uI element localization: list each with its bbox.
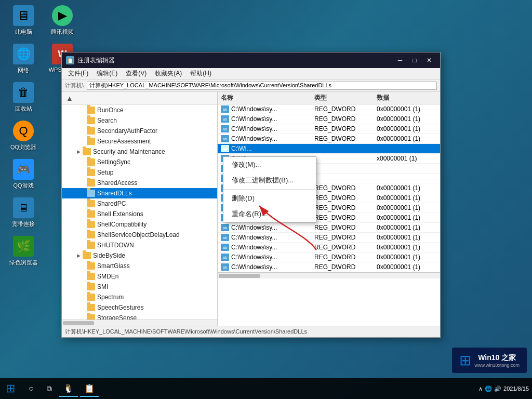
desktop-icon-recycle[interactable]: 🗑 回收站 (5, 82, 42, 113)
tree-item-runonce[interactable]: RunOnce (62, 105, 217, 115)
tree-item-security-maintenance[interactable]: ▶ Security and Maintenance (62, 147, 217, 157)
row-data: 0x00000001 (1) (377, 224, 437, 231)
table-row[interactable]: abC:\Windows\sy... REG_DWORD 0x00000001 … (218, 262, 440, 272)
taskbar-search-button[interactable]: ○ (23, 380, 39, 397)
context-menu-rename[interactable]: 重命名(R)... (223, 206, 316, 222)
taskbar-taskview-button[interactable]: ⧉ (42, 381, 57, 396)
scrollbar-thumb[interactable] (219, 274, 260, 278)
context-menu-delete[interactable]: 删除(D) (223, 191, 316, 206)
tree-item-label: Spectrum (97, 294, 124, 301)
taskbar-app-qqbrowser[interactable]: 🐧 (59, 380, 78, 397)
desktop-icon-qq-game[interactable]: 🎮 QQ游戏 (5, 159, 42, 190)
start-button[interactable]: ⊞ (0, 378, 21, 399)
tree-h-scrollbar[interactable] (62, 320, 217, 326)
right-h-scrollbar[interactable] (218, 272, 440, 278)
desktop-icon-label: QQ浏览器 (10, 143, 36, 151)
taskbar-tray-expand[interactable]: ∧ (478, 385, 483, 392)
tree-item-label: SharedAccess (97, 179, 137, 187)
folder-icon (87, 273, 95, 280)
tree-item-label: SMDEn (97, 273, 118, 280)
tree-item-setup[interactable]: Setup (62, 167, 217, 178)
menu-file[interactable]: 文件(F) (64, 68, 92, 79)
folder-icon (87, 294, 95, 301)
table-row-selected[interactable]: abC:\Wi... (218, 144, 440, 154)
menu-favorites[interactable]: 收藏夹(A) (151, 68, 186, 79)
folder-icon (87, 190, 95, 197)
table-row[interactable]: abC:\Windows\sy... REG_DWORD 0x00000001 … (218, 243, 440, 252)
tree-item-label: ShellCompatibility (97, 221, 147, 228)
row-type: REG_DWORD (314, 254, 377, 261)
row-data: 0x00000001 (1) (377, 135, 437, 142)
tree-item-smartglass[interactable]: SmartGlass (62, 261, 217, 271)
tree-item-spectrum[interactable]: Spectrum (62, 292, 217, 302)
menu-edit[interactable]: 编辑(E) (92, 68, 122, 79)
status-bar: 计算机\HKEY_LOCAL_MACHINE\SOFTWARE\Microsof… (62, 326, 440, 337)
desktop-icon-label: 网络 (18, 66, 29, 74)
table-row[interactable]: abC:\Windows\sy... REG_DWORD 0x00000001 … (218, 104, 440, 114)
table-row[interactable]: abC:\Windows\sy... REG_DWORD 0x00000001 … (218, 233, 440, 243)
tree-item-settingsync[interactable]: SettingSync (62, 157, 217, 167)
reg-icon: ab (221, 135, 229, 142)
col-name: 名称 (221, 94, 314, 102)
tree-item-shellservice[interactable]: ShellServiceObjectDelayLoad (62, 230, 217, 240)
tree-item-label: SharedDLLs (97, 190, 132, 197)
col-data: 数据 (377, 94, 437, 102)
scrollbar-thumb[interactable] (63, 321, 94, 325)
row-type: REG_DWORD (314, 263, 377, 271)
table-row[interactable]: abC:\Windows\sy... REG_DWORD 0x00000001 … (218, 223, 440, 233)
address-path-input[interactable] (87, 82, 437, 90)
taskbar-network-icon[interactable]: 🌐 (485, 385, 492, 392)
tree-item-shellcompat[interactable]: ShellCompatibility (62, 219, 217, 230)
table-row[interactable]: abC:\Windows\sy... REG_DWORD 0x00000001 … (218, 134, 440, 144)
reg-icon: ab (221, 254, 229, 261)
minimize-button[interactable]: ─ (393, 55, 407, 66)
tree-item-label: SideBySide (93, 252, 125, 259)
folder-icon (87, 304, 95, 311)
table-row[interactable]: abC:\Windows\sy... REG_DWORD 0x00000001 … (218, 124, 440, 134)
desktop-icon-computer[interactable]: 🖥 此电脑 (5, 5, 42, 36)
desktop-icon-tencent-video[interactable]: ▶ 腾讯视频 (44, 5, 81, 36)
tree-item-secure[interactable]: SecureAssessment (62, 136, 217, 147)
taskview-icon: ⧉ (47, 384, 52, 393)
row-data: x00000001 (1) (377, 155, 437, 162)
tree-panel[interactable]: ▲ RunOnce Search SecondaryAuthFactor (62, 92, 218, 326)
taskbar-datetime[interactable]: 2021/8/15 (503, 385, 529, 392)
table-row[interactable]: abC:\Windows\sy... REG_DWORD 0x00000001 … (218, 114, 440, 124)
desktop-icon-label: 宽带连接 (12, 220, 35, 228)
folder-icon (87, 262, 95, 270)
row-name: abC:\Windows\sy... (221, 244, 314, 251)
tree-item-sharedpc[interactable]: SharedPC (62, 198, 217, 209)
tree-nav-up[interactable]: ▲ (63, 93, 76, 103)
context-menu-modify-binary[interactable]: 修改二进制数据(B)... (223, 172, 316, 188)
taskbar-volume-icon[interactable]: 🔊 (494, 385, 501, 392)
tree-item-shell-extensions[interactable]: Shell Extensions (62, 209, 217, 219)
reg-icon: ab (221, 145, 229, 152)
menu-help[interactable]: 帮助(H) (186, 68, 216, 79)
tree-item-search[interactable]: Search (62, 115, 217, 126)
tree-item-shareddlls[interactable]: SharedDLLs (62, 188, 217, 198)
tree-item-smden[interactable]: SMDEn (62, 271, 217, 282)
tree-item-sidebyside[interactable]: ▶ SideBySide (62, 250, 217, 261)
close-button[interactable]: ✕ (422, 55, 436, 66)
maximize-button[interactable]: □ (408, 55, 421, 66)
desktop-icon-qq-browser[interactable]: Q QQ浏览器 (5, 121, 42, 151)
table-row[interactable]: abC:\Windows\sy... REG_DWORD 0x00000001 … (218, 252, 440, 262)
desktop-icon-broadband[interactable]: 🖥 宽带连接 (5, 197, 42, 228)
row-name: abC:\Windows\sy... (221, 115, 314, 123)
taskbar-app-regedit[interactable]: 📋 (80, 380, 99, 397)
tree-item-label: SecondaryAuthFactor (97, 127, 157, 135)
tree-item-shutdown[interactable]: SHUTDOWN (62, 240, 217, 250)
folder-icon (87, 138, 95, 145)
tree-item-speech[interactable]: SpeechGestures (62, 302, 217, 313)
desktop-icon-green-browser[interactable]: 🌿 绿色浏览器 (5, 236, 42, 267)
tree-item-smi[interactable]: SMI (62, 282, 217, 292)
tree-item-secondary[interactable]: SecondaryAuthFactor (62, 126, 217, 136)
row-data: 0x00000001 (1) (377, 234, 437, 241)
qq-browser-icon: 🐧 (63, 383, 74, 393)
desktop-icon-network[interactable]: 🌐 网络 (5, 44, 42, 74)
menu-view[interactable]: 查看(V) (122, 68, 151, 79)
desktop: 🖥 此电脑 🌐 网络 🗑 回收站 Q QQ浏览器 🎮 QQ游戏 🖥 宽带连接 🌿… (0, 0, 532, 399)
desktop-icon-label: QQ游戏 (13, 182, 33, 190)
tree-item-sharedaccess[interactable]: SharedAccess (62, 178, 217, 188)
context-menu-modify[interactable]: 修改(M)... (223, 157, 316, 172)
